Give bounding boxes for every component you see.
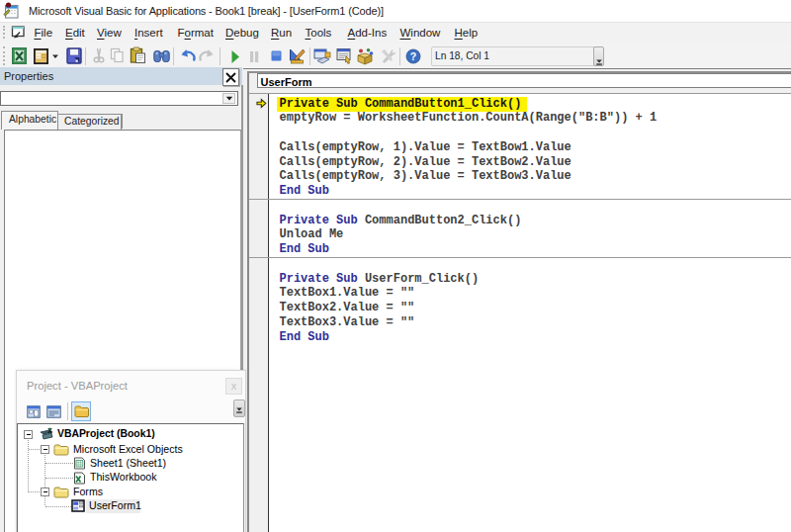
svg-text:?: ? xyxy=(409,49,415,61)
